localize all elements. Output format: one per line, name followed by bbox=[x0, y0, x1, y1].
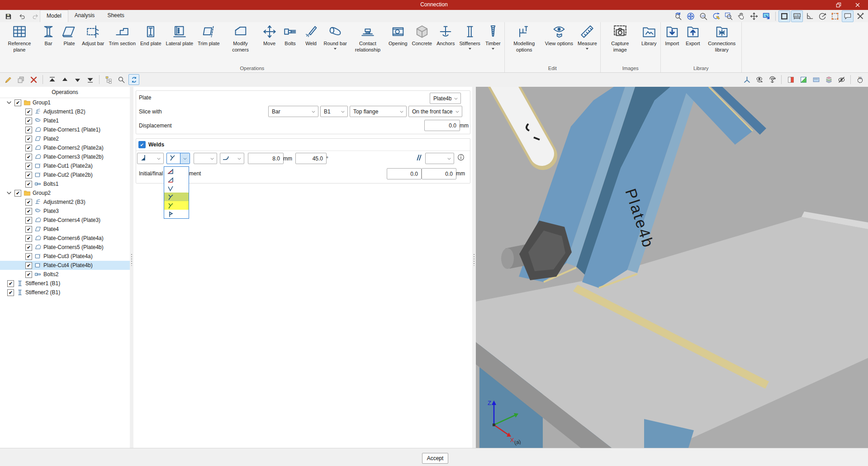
tree-item[interactable]: Plate1 bbox=[0, 116, 130, 125]
weld-shape-option[interactable] bbox=[164, 184, 189, 193]
checkbox[interactable] bbox=[7, 289, 14, 296]
layers-button[interactable] bbox=[823, 74, 834, 85]
checkbox[interactable] bbox=[14, 99, 21, 106]
weld-increment-start-input[interactable]: 0.0 bbox=[387, 168, 422, 179]
slice-type-select[interactable]: Bar bbox=[268, 106, 318, 117]
ribbon-button-modelling-options[interactable]: Modelling options bbox=[506, 22, 543, 53]
ribbon-button-connections-library[interactable]: Connections library bbox=[703, 22, 740, 53]
checkbox[interactable] bbox=[25, 154, 32, 160]
tree-item[interactable]: Group1 bbox=[0, 98, 130, 107]
comments-button[interactable] bbox=[842, 10, 854, 22]
checkbox[interactable] bbox=[25, 208, 32, 215]
move-top-button[interactable] bbox=[47, 74, 57, 85]
slice-member-select[interactable]: B1 bbox=[320, 106, 348, 117]
ribbon-button-contact-relationship[interactable]: Contact relationship bbox=[349, 22, 386, 53]
zoom-x2-button[interactable]: x2 bbox=[697, 10, 709, 22]
tree-item[interactable]: Plate-Cut1 (Plate2a) bbox=[0, 161, 130, 170]
redo-button[interactable] bbox=[30, 11, 41, 22]
zoom-rotate-button[interactable] bbox=[672, 10, 684, 22]
checkbox[interactable] bbox=[25, 136, 32, 142]
dimensions-button[interactable]: 1.00 bbox=[791, 10, 803, 22]
weld-size-input[interactable]: 8.0 bbox=[248, 153, 284, 164]
radius-button[interactable] bbox=[816, 10, 828, 22]
chevron-down-icon[interactable] bbox=[180, 153, 190, 164]
ribbon-button-concrete[interactable]: Concrete bbox=[410, 22, 435, 47]
weld-shape-option[interactable] bbox=[164, 167, 189, 175]
ribbon-button-opening[interactable]: Opening bbox=[386, 22, 410, 47]
move-view-button[interactable] bbox=[748, 10, 760, 22]
save-button[interactable] bbox=[3, 11, 14, 22]
clip-green-button[interactable] bbox=[798, 74, 809, 85]
rotate-anchor-button[interactable] bbox=[767, 74, 778, 85]
displacement-input[interactable]: 0.0 bbox=[424, 120, 460, 131]
undo-button[interactable] bbox=[16, 11, 27, 22]
close-window-button[interactable] bbox=[850, 0, 865, 10]
search-button[interactable] bbox=[116, 74, 127, 85]
delete-button[interactable] bbox=[28, 74, 39, 85]
welds-checkbox[interactable] bbox=[138, 141, 146, 148]
ribbon-button-trim-plate[interactable]: Trim plate bbox=[195, 22, 222, 47]
panel-splitter[interactable] bbox=[130, 87, 133, 448]
hide-button[interactable] bbox=[836, 74, 847, 85]
tree-item[interactable]: Plate-Corners6 (Plate4a) bbox=[0, 234, 130, 243]
tab-model[interactable]: Model bbox=[40, 10, 68, 22]
checkbox[interactable] bbox=[25, 145, 32, 151]
weld-shape-option[interactable] bbox=[164, 210, 189, 218]
ribbon-button-anchors[interactable]: Anchors bbox=[434, 22, 457, 47]
plate-select[interactable]: Plate4b bbox=[430, 93, 461, 104]
tree-item[interactable]: Plate2 bbox=[0, 134, 130, 143]
pan-hand-button[interactable] bbox=[735, 10, 747, 22]
redraw-button[interactable] bbox=[710, 10, 722, 22]
checkbox[interactable] bbox=[25, 244, 32, 251]
tree-item[interactable]: Adjustment2 (B3) bbox=[0, 198, 130, 207]
tree-item[interactable]: Plate3 bbox=[0, 207, 130, 216]
tree-item[interactable]: Bolts1 bbox=[0, 179, 130, 188]
checkbox[interactable] bbox=[25, 118, 32, 124]
checkbox[interactable] bbox=[25, 163, 32, 169]
tree-item[interactable]: Plate-Corners4 (Plate3) bbox=[0, 216, 130, 225]
weld-shape-select[interactable] bbox=[166, 153, 190, 164]
ribbon-button-view-options[interactable]: View options bbox=[543, 22, 575, 47]
ribbon-button-bar[interactable]: Bar bbox=[38, 22, 59, 47]
tree-item[interactable]: Group2 bbox=[0, 188, 130, 198]
ribbon-button-export[interactable]: Export bbox=[683, 22, 703, 47]
checkbox[interactable] bbox=[25, 199, 32, 206]
ribbon-button-stiffeners[interactable]: Stiffeners bbox=[457, 22, 483, 50]
checkbox[interactable] bbox=[25, 217, 32, 224]
accept-button[interactable]: Accept bbox=[422, 453, 448, 464]
viewport-3d[interactable]: Plate4b Z X (a) bbox=[476, 87, 868, 448]
ribbon-button-measure[interactable]: Measure bbox=[575, 22, 599, 50]
checkbox[interactable] bbox=[25, 235, 32, 242]
restore-window-button[interactable] bbox=[831, 0, 846, 10]
ribbon-button-end-plate[interactable]: End plate bbox=[138, 22, 163, 47]
slice-part-select[interactable]: Top flange bbox=[350, 106, 407, 117]
ribbon-button-library[interactable]: Library bbox=[639, 22, 659, 47]
view3d-button[interactable]: 3D bbox=[854, 74, 865, 85]
panel-splitter[interactable] bbox=[472, 87, 476, 448]
weld-angle-input[interactable]: 45.0 bbox=[295, 153, 327, 164]
tree-item[interactable]: Plate-Corners3 (Plate2b) bbox=[0, 152, 130, 161]
ribbon-button-adjust-bar[interactable]: Adjust bar bbox=[80, 22, 107, 47]
tree-button[interactable] bbox=[103, 74, 114, 85]
orbit-button[interactable] bbox=[754, 74, 765, 85]
checkbox[interactable] bbox=[25, 271, 32, 278]
weld-contour-select[interactable] bbox=[220, 153, 244, 164]
wireframe-button[interactable] bbox=[778, 10, 790, 22]
tree-item[interactable]: Plate-Cut2 (Plate2b) bbox=[0, 170, 130, 179]
weld-shape-option[interactable] bbox=[164, 175, 189, 184]
weld-type-select[interactable] bbox=[137, 153, 164, 164]
slice-face-select[interactable]: On the front face bbox=[408, 106, 462, 117]
weld-group-select[interactable] bbox=[425, 153, 454, 164]
copy-button[interactable] bbox=[15, 74, 26, 85]
tree-item[interactable]: Plate-Cut3 (Plate4a) bbox=[0, 252, 130, 261]
move-up-button[interactable] bbox=[59, 74, 70, 85]
preferences-button[interactable] bbox=[854, 10, 866, 22]
clip-blue-button[interactable] bbox=[811, 74, 821, 85]
tree-item[interactable]: Plate-Corners5 (Plate4b) bbox=[0, 243, 130, 252]
checkbox[interactable] bbox=[25, 181, 32, 188]
move-bottom-button[interactable] bbox=[85, 74, 95, 85]
clip-red-button[interactable] bbox=[785, 74, 796, 85]
tree-item[interactable]: Stiffener2 (B1) bbox=[0, 288, 130, 297]
ribbon-button-bolts[interactable]: Bolts bbox=[280, 22, 301, 47]
tab-sheets[interactable]: Sheets bbox=[101, 10, 130, 22]
